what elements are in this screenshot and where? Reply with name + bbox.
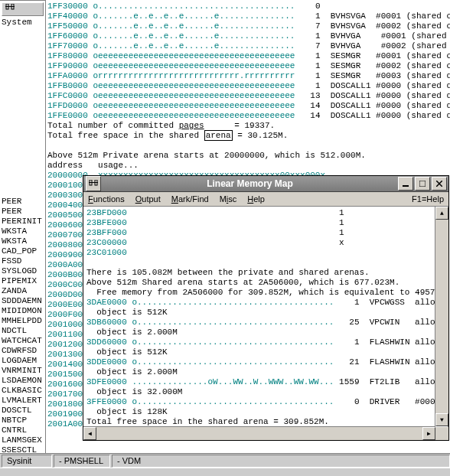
menu-functions[interactable]: Functions [88, 194, 125, 204]
maximize-button[interactable] [415, 177, 430, 191]
system-icon-label[interactable] [2, 2, 44, 16]
list-item[interactable]: NDCTL [0, 326, 45, 336]
scroll-left-button[interactable]: ◀ [83, 427, 96, 440]
list-item[interactable]: CLKBASIC [0, 386, 45, 396]
bottom-border [0, 468, 450, 476]
svg-rect-6 [403, 185, 409, 187]
svg-rect-0 [5, 6, 15, 7]
statusbar: Sysinit - PMSHELL - VDM [0, 453, 450, 468]
list-item[interactable]: DOSCTL [0, 406, 45, 416]
system-label[interactable]: System [0, 18, 45, 28]
list-item[interactable]: CNTRL [0, 425, 45, 435]
scroll-right-button[interactable]: ▶ [422, 427, 435, 440]
svg-rect-7 [419, 181, 426, 187]
list-item[interactable]: SYSLOGD [0, 266, 45, 276]
menu-misc[interactable]: Misc [220, 194, 237, 204]
system-menu-icon[interactable] [86, 176, 101, 191]
left-process-list: System PEER PEER PEERINIT WKSTA WKSTA CA… [0, 0, 46, 454]
list-item[interactable]: CDWRFSD [0, 346, 45, 356]
list-item[interactable]: LOGDAEM [0, 356, 45, 366]
status-pmshell: - PMSHELL [54, 455, 110, 468]
resize-grip[interactable] [435, 427, 448, 440]
scroll-up-button[interactable]: ▲ [435, 207, 448, 220]
linear-memory-map-window: Linear Memory Map Functions Output Mark/… [83, 175, 449, 441]
list-item[interactable]: MMHELPDD [0, 316, 45, 326]
menu-help[interactable]: Help [247, 194, 265, 204]
menubar: Functions Output Mark/Find Misc Help F1=… [83, 192, 448, 207]
list-item[interactable]: CAD_POP [0, 246, 45, 256]
close-button[interactable] [432, 177, 447, 191]
memory-map-text[interactable]: 23BFD000 1 23BFE000 1 23BFF000 1 23C0000… [83, 207, 435, 426]
menu-output[interactable]: Output [135, 194, 161, 204]
list-item[interactable]: VNRMINIT [0, 366, 45, 376]
list-item[interactable]: NBTCP [0, 416, 45, 425]
svg-rect-3 [89, 182, 98, 183]
f1-help-hint: F1=Help [412, 194, 444, 204]
menu-markfind[interactable]: Mark/Find [171, 194, 209, 204]
status-vdm: - VDM [112, 455, 450, 468]
window-titlebar[interactable]: Linear Memory Map [83, 176, 448, 192]
list-item[interactable]: FSSD [0, 256, 45, 266]
list-item[interactable]: PEER [0, 197, 45, 207]
list-item[interactable]: PEERINIT [0, 217, 45, 227]
minimize-button[interactable] [398, 177, 413, 191]
list-item[interactable]: LANMSGEX [0, 435, 45, 445]
horizontal-scrollbar[interactable]: ◀ ▶ [83, 426, 435, 440]
list-item[interactable]: PIPEMIX [0, 276, 45, 286]
window-title: Linear Memory Map [103, 179, 396, 189]
list-item[interactable]: WKSTA [0, 236, 45, 246]
list-item[interactable]: LVMALERT [0, 396, 45, 406]
list-item[interactable]: ZANDA [0, 286, 45, 296]
list-item[interactable]: PEER [0, 207, 45, 217]
list-item[interactable]: WATCHCAT [0, 336, 45, 346]
vertical-scrollbar[interactable]: ▲ ▼ [435, 207, 448, 426]
status-sysinit: Sysinit [2, 455, 52, 468]
scroll-down-button[interactable]: ▼ [435, 413, 448, 426]
list-item[interactable]: MIDIDMON [0, 306, 45, 316]
list-item[interactable]: LSDAEMON [0, 376, 45, 386]
list-item[interactable]: WKSTA [0, 227, 45, 236]
list-item[interactable]: SDDDAEMN [0, 296, 45, 306]
